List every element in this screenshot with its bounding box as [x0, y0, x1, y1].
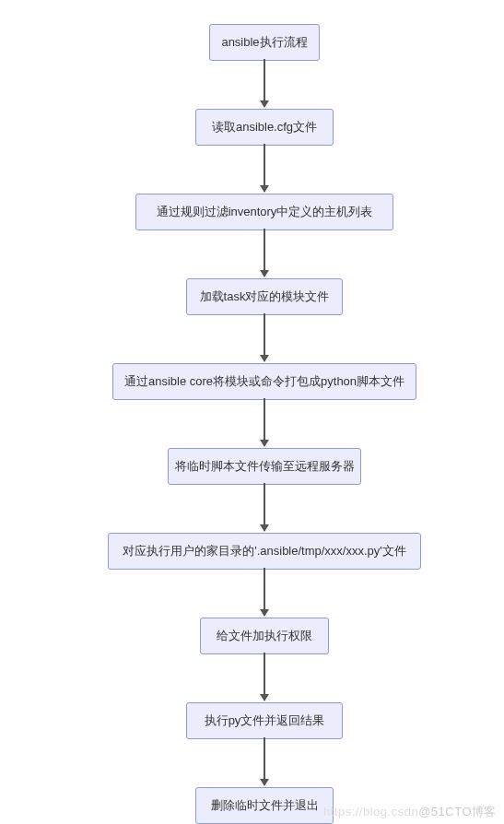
flow-node-9: 执行py文件并返回结果: [186, 702, 343, 739]
flow-arrow: [264, 229, 265, 277]
flow-arrow: [264, 59, 265, 107]
watermark-suffix: @51CTO博客: [418, 805, 497, 818]
flow-arrow: [264, 653, 265, 700]
flow-node-1: ansible执行流程: [209, 24, 320, 61]
flow-arrow: [264, 144, 265, 192]
flow-node-2: 读取ansible.cfg文件: [195, 109, 334, 146]
flow-node-4: 加载task对应的模块文件: [186, 278, 343, 315]
flow-node-5: 通过ansible core将模块或命令打包成python脚本文件: [112, 363, 416, 400]
flow-node-8: 给文件加执行权限: [200, 618, 329, 654]
flow-node-7: 对应执行用户的家目录的'.ansible/tmp/xxx/xxx.py'文件: [108, 533, 421, 570]
flowchart-container: ansible执行流程 读取ansible.cfg文件 通过规则过滤invent…: [0, 0, 504, 824]
watermark-text: https://blog.csdn@51CTO博客: [323, 804, 497, 820]
flow-arrow: [264, 568, 265, 616]
flow-arrow: [264, 483, 265, 531]
flow-arrow: [264, 398, 265, 446]
flow-arrow: [264, 313, 265, 361]
flow-node-10: 删除临时文件并退出: [195, 787, 334, 824]
flow-node-3: 通过规则过滤inventory中定义的主机列表: [135, 194, 393, 230]
flow-node-6: 将临时脚本文件传输至远程服务器: [168, 448, 361, 485]
flow-arrow: [264, 737, 265, 785]
watermark-prefix: https://blog.csdn: [323, 805, 418, 818]
